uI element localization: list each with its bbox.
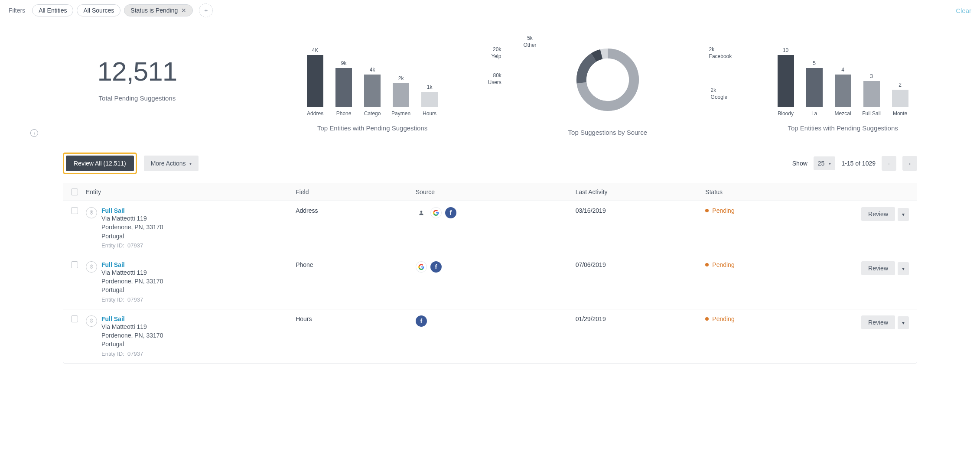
- bar-column: 3Full Sail: [861, 73, 882, 117]
- bar-rect: [778, 55, 794, 107]
- highlight-frame: Review All (12,511): [63, 153, 137, 174]
- filter-bar: Filters All Entities All Sources Status …: [0, 0, 980, 21]
- bar-value: 2k: [398, 75, 404, 81]
- row-checkbox[interactable]: [71, 315, 78, 322]
- bar-rect: [364, 75, 381, 107]
- entity-name-link[interactable]: Full Sail: [101, 207, 163, 214]
- bar-value: 9k: [341, 60, 347, 66]
- bar-label: Catego: [364, 110, 381, 117]
- location-pin-icon: [86, 261, 97, 273]
- donut-label-facebook: 2kFacebook: [709, 46, 732, 60]
- facebook-icon: f: [416, 315, 427, 327]
- page-size-value: 25: [818, 160, 825, 167]
- bar-rect: [806, 68, 823, 107]
- panel-donut: 80kUsers 20kYelp 5kOther 2kFacebook 2kGo…: [497, 39, 719, 136]
- bar-rect: [892, 90, 908, 107]
- location-pin-icon: [86, 207, 97, 218]
- table-body: Full SailVia Matteotti 119Pordenone, PN,…: [63, 201, 917, 363]
- bar-column: 2kPaymen: [391, 75, 411, 117]
- review-all-button[interactable]: Review All (12,511): [66, 156, 134, 171]
- row-checkbox[interactable]: [71, 261, 78, 268]
- entity-name-link[interactable]: Full Sail: [101, 261, 163, 268]
- source-icons: f: [416, 315, 576, 327]
- bar-value: 3: [870, 73, 873, 79]
- page-size-select[interactable]: 25 ▾: [814, 156, 836, 170]
- bar-label: Full Sail: [862, 110, 881, 117]
- table-row: Full SailVia Matteotti 119Pordenone, PN,…: [63, 309, 917, 363]
- prev-page-button[interactable]: ‹: [882, 156, 896, 171]
- next-page-button[interactable]: ›: [902, 156, 917, 171]
- review-menu-button[interactable]: ▾: [898, 316, 909, 329]
- total-pending-value: 12,511: [26, 39, 248, 87]
- svg-point-6: [91, 266, 92, 267]
- th-source: Source: [416, 188, 576, 195]
- bar-column: 2Monte: [890, 82, 911, 117]
- total-pending-caption: Total Pending Suggestions: [26, 94, 248, 102]
- pagination: Show 25 ▾ 1-15 of 1029 ‹ ›: [792, 156, 917, 171]
- review-menu-button[interactable]: ▾: [898, 262, 909, 275]
- chevron-down-icon: ▾: [829, 161, 831, 166]
- bar-label: Bloody: [778, 110, 794, 117]
- action-bar: Review All (12,511) More Actions ▾ Show …: [0, 145, 980, 179]
- chevron-down-icon: ▾: [902, 320, 905, 326]
- entity-id: Entity ID: 07937: [101, 296, 163, 303]
- bar-column: 5La: [804, 60, 825, 117]
- row-status: Pending: [705, 315, 835, 357]
- entity-name-link[interactable]: Full Sail: [101, 315, 163, 322]
- bar-rect: [307, 55, 323, 107]
- bar-value: 4: [841, 67, 844, 73]
- bar-rect: [835, 75, 851, 107]
- info-icon[interactable]: i: [30, 129, 38, 137]
- review-button[interactable]: Review: [861, 207, 895, 221]
- donut-label-other: 5kOther: [524, 35, 537, 49]
- review-button[interactable]: Review: [861, 315, 895, 329]
- bar-rect: [335, 68, 352, 107]
- row-checkbox[interactable]: [71, 207, 78, 214]
- filter-pill-status[interactable]: Status is Pending ✕: [124, 4, 193, 16]
- filter-pill-entities[interactable]: All Entities: [32, 4, 73, 16]
- source-icons: f: [416, 261, 576, 273]
- chevron-down-icon: ▾: [902, 211, 905, 218]
- user-icon: [416, 207, 427, 218]
- facebook-icon: f: [445, 207, 456, 218]
- review-button[interactable]: Review: [861, 261, 895, 275]
- google-icon: [430, 207, 442, 218]
- bar-rect: [421, 92, 438, 107]
- entity-id: Entity ID: 07937: [101, 351, 163, 357]
- review-menu-button[interactable]: ▾: [898, 208, 909, 221]
- status-dot-icon: [705, 209, 709, 212]
- add-filter-button[interactable]: +: [199, 3, 213, 17]
- table-header: Entity Field Source Last Activity Status: [63, 183, 917, 201]
- bar-value: 2: [899, 82, 902, 88]
- clear-filters-link[interactable]: Clear: [956, 7, 971, 14]
- status-dot-icon: [705, 263, 709, 266]
- bar-value: 5: [813, 60, 816, 66]
- more-actions-button[interactable]: More Actions ▾: [144, 156, 199, 171]
- facebook-icon: f: [430, 261, 442, 273]
- th-entity: Entity: [86, 188, 296, 195]
- row-field: Phone: [296, 261, 416, 303]
- bar-value: 1k: [427, 84, 433, 90]
- location-pin-icon: [86, 315, 97, 327]
- bar-column: 9kPhone: [333, 60, 354, 117]
- bar-value: 4K: [312, 47, 319, 53]
- close-icon[interactable]: ✕: [181, 7, 186, 14]
- bar-rect: [863, 81, 880, 107]
- suggestions-table: Entity Field Source Last Activity Status…: [63, 183, 917, 364]
- bar-column: 4kCatego: [362, 67, 383, 117]
- donut-label-yelp: 20kYelp: [492, 46, 501, 60]
- chevron-down-icon: ▾: [902, 266, 905, 272]
- filter-label: Filters: [9, 7, 25, 14]
- bar-chart-fields-caption: Top Entities with Pending Suggestions: [261, 124, 484, 132]
- show-label: Show: [792, 160, 807, 167]
- chevron-down-icon: ▾: [189, 161, 192, 166]
- select-all-checkbox[interactable]: [71, 188, 78, 195]
- bar-chart-fields: 4KAddres9kPhone4kCatego2kPaymen1kHours: [261, 39, 484, 117]
- row-status: Pending: [705, 261, 835, 303]
- th-last-activity: Last Activity: [576, 188, 706, 195]
- row-field: Address: [296, 207, 416, 249]
- bar-chart-entities: 10Bloody5La4Mezcal3Full Sail2Monte: [732, 39, 954, 117]
- bar-label: Addres: [307, 110, 323, 117]
- filter-pill-sources[interactable]: All Sources: [77, 4, 120, 16]
- donut-label-google: 2kGoogle: [711, 87, 728, 101]
